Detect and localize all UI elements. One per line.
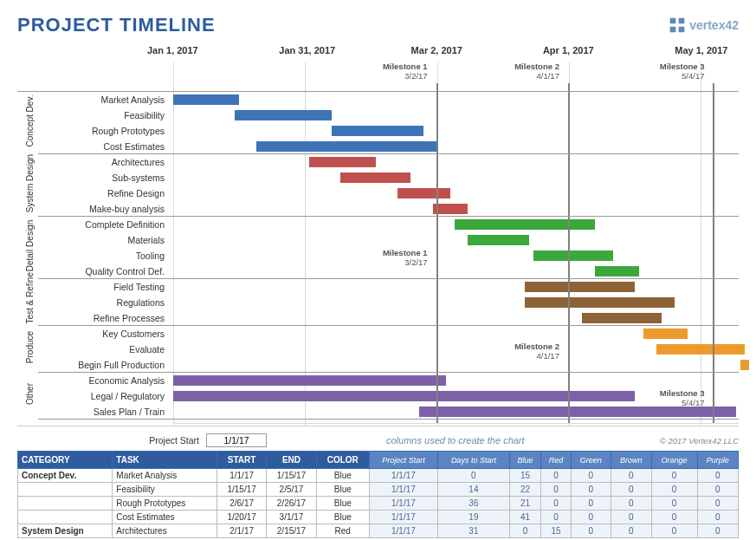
table-cell[interactable]: 21 [509,497,541,511]
task-row: Refine Processes [17,310,739,326]
table-cell[interactable]: 36 [438,497,510,511]
table-cell[interactable]: 1/1/17 [369,524,437,538]
data-table: CATEGORYTASKSTARTENDCOLORProject StartDa… [17,451,739,538]
table-cell[interactable] [18,497,113,511]
table-cell[interactable]: Feasibility [113,483,217,497]
task-label: Tooling [17,250,173,261]
table-cell[interactable]: 0 [541,469,572,483]
table-cell[interactable]: Concept Dev. [18,469,113,483]
milestone-label: Milestone 24/1/17 [514,62,559,81]
table-cell[interactable]: 1/1/17 [216,469,266,483]
table-cell[interactable]: 41 [509,511,541,524]
task-row: Evaluate [17,342,739,357]
table-cell[interactable]: 1/15/17 [267,469,316,483]
table-cell[interactable]: 2/26/17 [267,497,316,511]
task-row: Quality Control Def. [17,263,739,279]
task-label: Refine Processes [17,313,173,323]
table-cell[interactable]: 1/1/17 [369,511,437,524]
table-cell[interactable]: 1/1/17 [369,497,437,511]
table-cell[interactable]: 15 [541,524,572,538]
svg-rect-2 [670,27,676,33]
table-cell[interactable]: 0 [571,469,611,483]
table-cell[interactable]: 1/1/17 [369,469,437,483]
table-cell[interactable]: 0 [611,469,651,483]
date-tick: Jan 31, 2017 [279,45,335,55]
logo: vertex42 [669,16,739,34]
table-cell[interactable]: 2/15/17 [267,524,316,538]
table-cell[interactable]: 1/1/17 [369,483,437,497]
table-header: COLOR [316,452,369,469]
table-cell[interactable]: 0 [571,483,611,497]
table-cell[interactable]: 0 [571,511,611,524]
task-row: Key Customers [17,326,739,342]
table-cell[interactable]: 0 [541,483,572,497]
task-label: Architectures [17,157,173,167]
table-cell[interactable]: Blue [316,497,369,511]
project-start-label: Project Start [17,435,199,446]
table-cell[interactable]: 0 [541,497,572,511]
table-cell[interactable]: 0 [697,483,739,497]
page-title: PROJECT TIMELINE [17,14,216,36]
table-cell[interactable]: 2/5/17 [267,483,316,497]
task-row: Architectures [17,154,739,170]
svg-rect-3 [679,27,685,33]
project-start-input[interactable] [206,433,267,447]
table-cell[interactable]: 1/20/17 [216,511,266,524]
table-cell[interactable]: 2/1/17 [216,524,266,538]
table-cell[interactable] [18,483,113,497]
table-cell[interactable]: System Design [18,524,113,538]
table-cell[interactable]: 31 [438,524,510,538]
task-rows: Market AnalysisFeasibilityRough Prototyp… [17,92,739,420]
task-label: Evaluate [17,344,173,355]
table-cell[interactable]: Blue [316,483,369,497]
table-cell[interactable]: 0 [697,497,739,511]
table-cell[interactable]: 15 [509,469,541,483]
table-row: Rough Prototypes2/6/172/26/17Blue1/1/173… [18,497,739,511]
svg-rect-0 [670,18,676,24]
group-label: Concept Dev. [25,90,35,153]
table-cell[interactable]: 2/6/17 [216,497,266,511]
task-label: Quality Control Def. [17,266,173,277]
table-cell[interactable]: 19 [438,511,510,524]
table-cell[interactable]: 0 [651,524,697,538]
table-cell[interactable]: 22 [509,483,541,497]
table-cell[interactable]: 0 [509,524,541,538]
table-cell[interactable]: 0 [697,524,739,538]
table-cell[interactable]: 0 [611,497,651,511]
table-cell[interactable]: 0 [571,497,611,511]
table-cell[interactable]: Cost Estimates [113,511,217,524]
table-cell[interactable] [18,511,113,524]
task-label: Key Customers [17,329,173,339]
table-cell[interactable]: 0 [651,497,697,511]
table-cell[interactable]: 0 [571,524,611,538]
columns-hint: columns used to create the chart [274,435,653,446]
table-cell[interactable]: 0 [651,483,697,497]
task-row: Field Testing [17,279,739,295]
table-cell[interactable]: 3/1/17 [267,511,316,524]
table-cell[interactable]: Blue [316,469,369,483]
table-cell[interactable]: 0 [697,511,739,524]
task-row: Legal / Regulatory [17,388,739,404]
table-row: System DesignArchitectures2/1/172/15/17R… [18,524,739,538]
table-cell[interactable]: 0 [651,511,697,524]
table-cell[interactable]: 14 [438,483,510,497]
table-cell[interactable]: Architectures [113,524,217,538]
group-label: Test & Refine [25,277,35,324]
table-cell[interactable]: 1/15/17 [216,483,266,497]
table-cell[interactable]: 0 [438,469,510,483]
table-cell[interactable]: 0 [651,469,697,483]
table-cell[interactable]: 0 [611,483,651,497]
table-cell[interactable]: Market Analysis [113,469,217,483]
group-label: Detail Design [25,215,35,277]
table-cell[interactable]: 0 [541,511,572,524]
table-cell[interactable]: 0 [611,511,651,524]
table-cell[interactable]: Red [316,524,369,538]
table-cell[interactable]: Blue [316,511,369,524]
table-cell[interactable]: 0 [611,524,651,538]
table-cell[interactable]: 0 [697,469,739,483]
table-header: CATEGORY [18,452,113,469]
milestone-label: Milestone 13/2/17 [383,62,428,81]
task-label: Market Analysis [17,94,173,105]
date-tick: Apr 1, 2017 [543,45,594,55]
table-cell[interactable]: Rough Prototypes [113,497,217,511]
